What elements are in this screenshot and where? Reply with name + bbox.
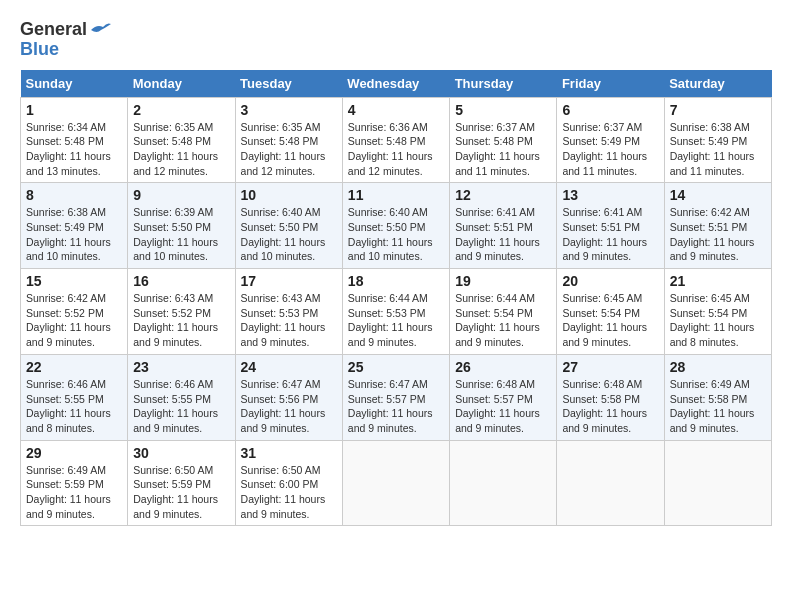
day-info: Sunrise: 6:37 AMSunset: 5:48 PMDaylight:… bbox=[455, 121, 540, 177]
weekday-header-saturday: Saturday bbox=[664, 70, 771, 98]
weekday-header-tuesday: Tuesday bbox=[235, 70, 342, 98]
calendar-cell bbox=[342, 440, 449, 526]
day-number: 22 bbox=[26, 359, 122, 375]
day-number: 21 bbox=[670, 273, 766, 289]
day-info: Sunrise: 6:49 AMSunset: 5:59 PMDaylight:… bbox=[26, 464, 111, 520]
calendar-cell: 28 Sunrise: 6:49 AMSunset: 5:58 PMDaylig… bbox=[664, 354, 771, 440]
day-number: 17 bbox=[241, 273, 337, 289]
calendar-cell: 26 Sunrise: 6:48 AMSunset: 5:57 PMDaylig… bbox=[450, 354, 557, 440]
calendar-cell bbox=[557, 440, 664, 526]
logo: General Blue bbox=[20, 20, 111, 60]
day-info: Sunrise: 6:43 AMSunset: 5:52 PMDaylight:… bbox=[133, 292, 218, 348]
day-number: 3 bbox=[241, 102, 337, 118]
calendar-week-2: 8 Sunrise: 6:38 AMSunset: 5:49 PMDayligh… bbox=[21, 183, 772, 269]
calendar-cell: 14 Sunrise: 6:42 AMSunset: 5:51 PMDaylig… bbox=[664, 183, 771, 269]
calendar-cell bbox=[664, 440, 771, 526]
calendar-cell: 12 Sunrise: 6:41 AMSunset: 5:51 PMDaylig… bbox=[450, 183, 557, 269]
calendar-cell: 5 Sunrise: 6:37 AMSunset: 5:48 PMDayligh… bbox=[450, 97, 557, 183]
calendar-cell: 7 Sunrise: 6:38 AMSunset: 5:49 PMDayligh… bbox=[664, 97, 771, 183]
calendar-cell: 25 Sunrise: 6:47 AMSunset: 5:57 PMDaylig… bbox=[342, 354, 449, 440]
day-info: Sunrise: 6:36 AMSunset: 5:48 PMDaylight:… bbox=[348, 121, 433, 177]
day-info: Sunrise: 6:50 AMSunset: 6:00 PMDaylight:… bbox=[241, 464, 326, 520]
calendar-week-3: 15 Sunrise: 6:42 AMSunset: 5:52 PMDaylig… bbox=[21, 269, 772, 355]
day-number: 24 bbox=[241, 359, 337, 375]
day-info: Sunrise: 6:48 AMSunset: 5:58 PMDaylight:… bbox=[562, 378, 647, 434]
day-info: Sunrise: 6:42 AMSunset: 5:52 PMDaylight:… bbox=[26, 292, 111, 348]
day-info: Sunrise: 6:41 AMSunset: 5:51 PMDaylight:… bbox=[455, 206, 540, 262]
calendar-week-5: 29 Sunrise: 6:49 AMSunset: 5:59 PMDaylig… bbox=[21, 440, 772, 526]
day-info: Sunrise: 6:38 AMSunset: 5:49 PMDaylight:… bbox=[26, 206, 111, 262]
calendar-cell: 4 Sunrise: 6:36 AMSunset: 5:48 PMDayligh… bbox=[342, 97, 449, 183]
day-info: Sunrise: 6:35 AMSunset: 5:48 PMDaylight:… bbox=[133, 121, 218, 177]
day-number: 8 bbox=[26, 187, 122, 203]
day-number: 9 bbox=[133, 187, 229, 203]
calendar-table: SundayMondayTuesdayWednesdayThursdayFrid… bbox=[20, 70, 772, 527]
day-number: 29 bbox=[26, 445, 122, 461]
weekday-header-wednesday: Wednesday bbox=[342, 70, 449, 98]
calendar-cell: 8 Sunrise: 6:38 AMSunset: 5:49 PMDayligh… bbox=[21, 183, 128, 269]
day-info: Sunrise: 6:35 AMSunset: 5:48 PMDaylight:… bbox=[241, 121, 326, 177]
day-info: Sunrise: 6:44 AMSunset: 5:53 PMDaylight:… bbox=[348, 292, 433, 348]
calendar-cell: 20 Sunrise: 6:45 AMSunset: 5:54 PMDaylig… bbox=[557, 269, 664, 355]
calendar-cell: 18 Sunrise: 6:44 AMSunset: 5:53 PMDaylig… bbox=[342, 269, 449, 355]
calendar-cell: 21 Sunrise: 6:45 AMSunset: 5:54 PMDaylig… bbox=[664, 269, 771, 355]
calendar-cell: 9 Sunrise: 6:39 AMSunset: 5:50 PMDayligh… bbox=[128, 183, 235, 269]
calendar-cell: 24 Sunrise: 6:47 AMSunset: 5:56 PMDaylig… bbox=[235, 354, 342, 440]
day-number: 31 bbox=[241, 445, 337, 461]
day-info: Sunrise: 6:45 AMSunset: 5:54 PMDaylight:… bbox=[670, 292, 755, 348]
day-number: 27 bbox=[562, 359, 658, 375]
day-number: 20 bbox=[562, 273, 658, 289]
calendar-cell: 17 Sunrise: 6:43 AMSunset: 5:53 PMDaylig… bbox=[235, 269, 342, 355]
day-number: 6 bbox=[562, 102, 658, 118]
calendar-cell: 13 Sunrise: 6:41 AMSunset: 5:51 PMDaylig… bbox=[557, 183, 664, 269]
calendar-cell: 19 Sunrise: 6:44 AMSunset: 5:54 PMDaylig… bbox=[450, 269, 557, 355]
day-info: Sunrise: 6:49 AMSunset: 5:58 PMDaylight:… bbox=[670, 378, 755, 434]
calendar-week-1: 1 Sunrise: 6:34 AMSunset: 5:48 PMDayligh… bbox=[21, 97, 772, 183]
day-info: Sunrise: 6:41 AMSunset: 5:51 PMDaylight:… bbox=[562, 206, 647, 262]
calendar-cell bbox=[450, 440, 557, 526]
day-info: Sunrise: 6:45 AMSunset: 5:54 PMDaylight:… bbox=[562, 292, 647, 348]
calendar-week-4: 22 Sunrise: 6:46 AMSunset: 5:55 PMDaylig… bbox=[21, 354, 772, 440]
weekday-header-monday: Monday bbox=[128, 70, 235, 98]
calendar-cell: 3 Sunrise: 6:35 AMSunset: 5:48 PMDayligh… bbox=[235, 97, 342, 183]
day-number: 25 bbox=[348, 359, 444, 375]
day-number: 26 bbox=[455, 359, 551, 375]
day-number: 13 bbox=[562, 187, 658, 203]
day-info: Sunrise: 6:42 AMSunset: 5:51 PMDaylight:… bbox=[670, 206, 755, 262]
weekday-header-thursday: Thursday bbox=[450, 70, 557, 98]
weekday-header-sunday: Sunday bbox=[21, 70, 128, 98]
day-number: 15 bbox=[26, 273, 122, 289]
calendar-cell: 1 Sunrise: 6:34 AMSunset: 5:48 PMDayligh… bbox=[21, 97, 128, 183]
day-number: 18 bbox=[348, 273, 444, 289]
day-number: 4 bbox=[348, 102, 444, 118]
day-info: Sunrise: 6:46 AMSunset: 5:55 PMDaylight:… bbox=[26, 378, 111, 434]
day-info: Sunrise: 6:48 AMSunset: 5:57 PMDaylight:… bbox=[455, 378, 540, 434]
calendar-cell: 23 Sunrise: 6:46 AMSunset: 5:55 PMDaylig… bbox=[128, 354, 235, 440]
day-number: 12 bbox=[455, 187, 551, 203]
day-info: Sunrise: 6:37 AMSunset: 5:49 PMDaylight:… bbox=[562, 121, 647, 177]
day-info: Sunrise: 6:47 AMSunset: 5:57 PMDaylight:… bbox=[348, 378, 433, 434]
calendar-cell: 10 Sunrise: 6:40 AMSunset: 5:50 PMDaylig… bbox=[235, 183, 342, 269]
logo-blue: Blue bbox=[20, 40, 59, 60]
day-number: 28 bbox=[670, 359, 766, 375]
day-info: Sunrise: 6:40 AMSunset: 5:50 PMDaylight:… bbox=[241, 206, 326, 262]
day-info: Sunrise: 6:46 AMSunset: 5:55 PMDaylight:… bbox=[133, 378, 218, 434]
day-info: Sunrise: 6:39 AMSunset: 5:50 PMDaylight:… bbox=[133, 206, 218, 262]
logo-text: General bbox=[20, 20, 87, 40]
day-number: 30 bbox=[133, 445, 229, 461]
calendar-cell: 31 Sunrise: 6:50 AMSunset: 6:00 PMDaylig… bbox=[235, 440, 342, 526]
day-number: 10 bbox=[241, 187, 337, 203]
calendar-cell: 22 Sunrise: 6:46 AMSunset: 5:55 PMDaylig… bbox=[21, 354, 128, 440]
day-number: 23 bbox=[133, 359, 229, 375]
day-number: 7 bbox=[670, 102, 766, 118]
calendar-cell: 2 Sunrise: 6:35 AMSunset: 5:48 PMDayligh… bbox=[128, 97, 235, 183]
calendar-cell: 27 Sunrise: 6:48 AMSunset: 5:58 PMDaylig… bbox=[557, 354, 664, 440]
day-number: 5 bbox=[455, 102, 551, 118]
day-number: 14 bbox=[670, 187, 766, 203]
day-info: Sunrise: 6:44 AMSunset: 5:54 PMDaylight:… bbox=[455, 292, 540, 348]
day-number: 1 bbox=[26, 102, 122, 118]
day-info: Sunrise: 6:43 AMSunset: 5:53 PMDaylight:… bbox=[241, 292, 326, 348]
calendar-cell: 11 Sunrise: 6:40 AMSunset: 5:50 PMDaylig… bbox=[342, 183, 449, 269]
day-number: 2 bbox=[133, 102, 229, 118]
day-number: 11 bbox=[348, 187, 444, 203]
